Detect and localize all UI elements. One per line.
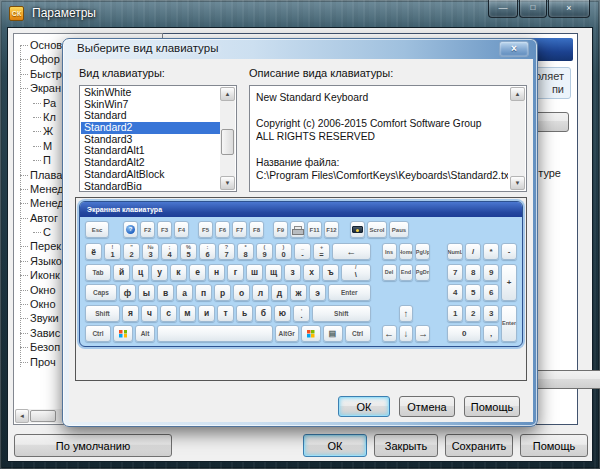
kb-key[interactable]: г — [227, 264, 244, 281]
key-3[interactable]: 3 — [483, 305, 499, 322]
kb-key[interactable]: - — [501, 243, 517, 260]
kb-key[interactable]: щ — [265, 264, 282, 281]
kb-key[interactable]: !1 — [104, 243, 121, 260]
defaults-button[interactable]: По умолчанию — [14, 434, 172, 457]
kb-key[interactable]: у — [151, 264, 168, 281]
kb-key[interactable]: ъ — [322, 264, 339, 281]
ok-button[interactable]: ОК — [303, 434, 367, 457]
kb-key[interactable]: м — [179, 305, 196, 322]
key-home[interactable]: Home — [399, 243, 414, 260]
key-7[interactable]: 7 — [447, 264, 463, 281]
key-pgup[interactable]: PgUp — [415, 243, 430, 260]
key-f5[interactable]: F5 — [198, 221, 213, 238]
key-pgdn[interactable]: PgDn — [415, 264, 430, 281]
kb-key[interactable]: ё — [85, 243, 102, 260]
kb-key[interactable]: х — [303, 264, 320, 281]
key-f4[interactable]: F4 — [174, 221, 189, 238]
kb-key[interactable]: я — [122, 305, 139, 322]
key-end[interactable]: End — [399, 264, 414, 281]
kb-key[interactable]: ?7 — [218, 243, 235, 260]
kb-key[interactable]: №3 — [142, 243, 159, 260]
kb-key[interactable]: о — [233, 284, 250, 301]
dialog-close-button[interactable]: × — [499, 41, 529, 57]
key-8[interactable]: 8 — [465, 264, 481, 281]
kb-key[interactable]: _- — [294, 243, 311, 260]
key-numpad-decimal[interactable]: , — [483, 325, 499, 342]
list-item[interactable]: StandardAltBlock — [81, 169, 220, 181]
key-del[interactable]: Del — [382, 264, 397, 281]
key-f7[interactable]: F7 — [232, 221, 247, 238]
kb-key[interactable]: ы — [138, 284, 155, 301]
kb-key[interactable]: * — [483, 243, 499, 260]
save-button[interactable]: Сохранить — [445, 434, 513, 457]
key-tab[interactable]: Tab — [85, 264, 111, 281]
kb-key[interactable]: л — [252, 284, 269, 301]
kb-key[interactable]: (9 — [256, 243, 273, 260]
key-backslash[interactable]: /\ — [341, 264, 371, 281]
key-backspace[interactable]: ← — [332, 243, 371, 260]
minimize-button[interactable]: — — [488, 0, 518, 18]
scroll-down-arrow-icon[interactable]: ▼ — [220, 176, 235, 190]
kb-key[interactable]: )0 — [275, 243, 292, 260]
kb-key[interactable]: п — [195, 284, 212, 301]
kb-key[interactable]: д — [271, 284, 288, 301]
key-prtscn[interactable] — [350, 221, 365, 238]
key-2[interactable]: 2 — [465, 305, 481, 322]
kb-key[interactable]: й — [113, 264, 130, 281]
kb-key[interactable]: б — [255, 305, 272, 322]
key-f12[interactable]: F12 — [324, 221, 339, 238]
key-enter[interactable]: Enter — [328, 284, 371, 301]
key-f9[interactable]: F9 — [273, 221, 288, 238]
kb-key[interactable]: :6 — [199, 243, 216, 260]
kb-key[interactable]: н — [208, 264, 225, 281]
scroll-left-arrow-icon[interactable]: ◄ — [15, 409, 29, 423]
list-item[interactable]: SkinWhite — [81, 87, 220, 99]
key-numpad-0[interactable]: 0 — [447, 325, 481, 342]
kb-key[interactable]: "2 — [123, 243, 140, 260]
key-6[interactable]: 6 — [483, 284, 499, 301]
list-item[interactable]: Standard2 — [81, 122, 220, 134]
kb-key[interactable]: += — [313, 243, 330, 260]
key-ctrl-left[interactable]: Ctrl — [85, 325, 111, 342]
key-win-right[interactable] — [301, 325, 321, 342]
kb-key[interactable]: р — [214, 284, 231, 301]
key-scroll-lock[interactable]: Scrol — [367, 221, 387, 238]
kb-key[interactable]: ж — [290, 284, 307, 301]
kb-key[interactable]: ю — [274, 305, 291, 322]
kb-key[interactable]: а — [176, 284, 193, 301]
key-shift-left[interactable]: Shift — [85, 305, 120, 322]
key-alt[interactable]: Alt — [135, 325, 155, 342]
scrollbar-thumb[interactable] — [30, 410, 56, 422]
key-pause[interactable]: Paus — [389, 221, 409, 238]
key-space[interactable] — [157, 325, 273, 342]
kb-key[interactable]: к — [170, 264, 187, 281]
kb-key[interactable]: и — [198, 305, 215, 322]
help-button[interactable]: Помощь — [520, 434, 588, 457]
key-f8[interactable]: F8 — [249, 221, 264, 238]
kb-key[interactable]: т — [217, 305, 234, 322]
close-button[interactable]: × — [548, 0, 590, 18]
key-caps[interactable]: Caps — [85, 284, 117, 301]
scrollbar-thumb[interactable] — [221, 129, 234, 155]
kb-key[interactable]: з — [284, 264, 301, 281]
key-1[interactable]: 1 — [447, 305, 463, 322]
kb-key[interactable]: э — [309, 284, 326, 301]
kb-key[interactable]: ц — [132, 264, 149, 281]
scroll-up-arrow-icon[interactable]: ▲ — [510, 87, 525, 101]
list-item[interactable]: StandardBig — [81, 181, 220, 191]
kb-key[interactable]: ш — [246, 264, 263, 281]
key-5[interactable]: 5 — [465, 284, 481, 301]
key-9[interactable]: 9 — [483, 264, 499, 281]
key-ins[interactable]: Ins — [382, 243, 397, 260]
maximize-button[interactable]: □ — [519, 0, 547, 18]
dialog-help-button[interactable]: Помощь — [464, 396, 520, 417]
key-f1[interactable] — [123, 221, 138, 238]
key-menu[interactable]: ▤ — [323, 325, 343, 342]
dialog-ok-button[interactable]: ОК — [338, 396, 390, 417]
kb-key[interactable]: в — [157, 284, 174, 301]
key-numlock[interactable]: NumL — [447, 243, 463, 260]
key-numpad-enter[interactable]: Enter — [501, 305, 517, 343]
key-f3[interactable]: F3 — [157, 221, 172, 238]
key-arrow[interactable]: → — [415, 325, 430, 342]
key-ctrl-right[interactable]: Ctrl — [345, 325, 371, 342]
